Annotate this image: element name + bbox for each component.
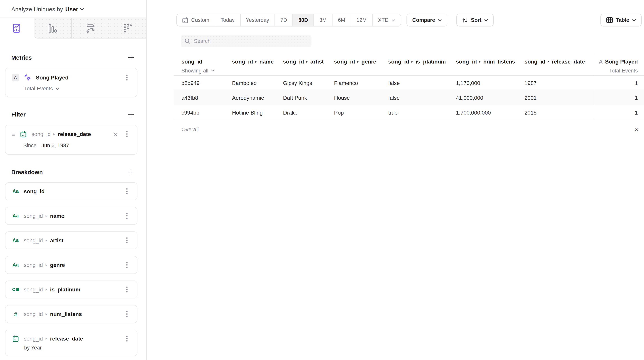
bar-chart-icon — [48, 24, 57, 33]
filter-card[interactable]: song_id ▸ release_date Since Jun 6, — [5, 125, 138, 155]
date-range-xtd[interactable]: XTD — [372, 14, 401, 26]
property-leaf: num_listens — [50, 311, 82, 317]
column-prefix: song_id — [524, 59, 545, 65]
date-range-12m[interactable]: 12M — [350, 14, 372, 26]
date-range-7d[interactable]: 7D — [274, 14, 292, 26]
column-label: num_listens — [483, 59, 515, 65]
path-caret-icon: ▸ — [46, 337, 47, 340]
property-leaf: release_date — [50, 335, 83, 342]
kebab-icon — [126, 335, 128, 342]
date-range-30d[interactable]: 30D — [292, 14, 314, 26]
column-prefix: song_id — [283, 59, 304, 65]
remove-filter-button[interactable] — [111, 130, 119, 138]
tab-flows[interactable] — [71, 18, 109, 39]
column-header-is-platinum[interactable]: song_id▸is_platinum — [388, 54, 456, 75]
chevron-down-icon — [56, 88, 60, 90]
breakdown-card[interactable]: song_id ▸ release_date by Year — [5, 330, 138, 356]
cell-num-listens: 1,700,000,000 — [456, 105, 524, 120]
breakdown-menu-button[interactable] — [123, 335, 131, 342]
entity-selector[interactable]: User — [65, 6, 84, 13]
showing-all-selector[interactable]: Showing all — [182, 68, 214, 74]
cell-name: Aerodynamic — [232, 90, 283, 105]
sort-button[interactable]: Sort — [456, 14, 494, 27]
tab-bar-chart[interactable] — [34, 18, 71, 39]
kebab-icon — [126, 74, 128, 81]
date-range-today[interactable]: Today — [215, 14, 240, 26]
cell-num-listens: 41,000,000 — [456, 90, 524, 105]
metric-menu-button[interactable] — [123, 74, 131, 81]
path-caret-icon: ▸ — [46, 214, 47, 218]
compare-label: Compare — [412, 17, 435, 23]
view-selector-button[interactable]: Table — [600, 14, 642, 27]
breakdown-menu-button[interactable] — [123, 212, 131, 220]
tab-insights[interactable] — [0, 18, 34, 39]
breakdown-card[interactable]: # song_id ▸ num_listens — [5, 305, 138, 323]
date-range-group: Custom Today Yesterday 7D 30D 3M 6M 12M … — [176, 14, 401, 27]
date-range-label: 3M — [319, 17, 327, 23]
breakdown-modifier[interactable]: by Year — [24, 345, 137, 356]
breakdown-card[interactable]: Aa song_id — [5, 182, 138, 200]
path-caret-icon: ▸ — [53, 132, 55, 136]
search-input[interactable] — [194, 38, 308, 44]
column-label: song_id — [182, 59, 202, 65]
aggregation-label: Total Events — [24, 86, 53, 92]
tab-retention[interactable] — [109, 18, 146, 39]
breakdown-menu-button[interactable] — [123, 286, 131, 293]
results-table: song_id Showing all song_id▸name — [174, 54, 644, 139]
column-header-release-date[interactable]: song_id▸release_date — [524, 54, 594, 75]
overall-label: Overall — [174, 120, 232, 139]
table-header-row: song_id Showing all song_id▸name — [174, 54, 644, 76]
column-prefix: song_id — [232, 59, 253, 65]
cell-genre: Pop — [334, 105, 388, 120]
plus-icon — [128, 54, 134, 61]
add-metric-button[interactable] — [127, 53, 135, 61]
column-header-metric[interactable]: A Song Played Total Events — [594, 54, 644, 75]
compare-button[interactable]: Compare — [406, 14, 448, 27]
line-chart-icon — [13, 24, 21, 33]
column-label: is_platinum — [416, 59, 446, 65]
chevron-down-icon — [484, 19, 488, 21]
calendar-icon — [182, 17, 188, 23]
breakdown-menu-button[interactable] — [123, 261, 131, 269]
cell-is-platinum: false — [388, 76, 456, 90]
date-range-6m[interactable]: 6M — [332, 14, 351, 26]
sort-label: Sort — [471, 17, 482, 23]
plus-icon — [128, 111, 134, 118]
filter-condition[interactable]: Since Jun 6, 1987 — [23, 143, 131, 148]
add-breakdown-button[interactable] — [127, 168, 135, 176]
breakdown-card[interactable]: Aa song_id ▸ artist — [5, 231, 138, 249]
kebab-icon — [126, 262, 128, 268]
date-range-3m[interactable]: 3M — [314, 14, 332, 26]
breakdown-menu-button[interactable] — [123, 236, 131, 244]
date-range-label: XTD — [378, 17, 388, 23]
property-prefix: song_id — [24, 286, 43, 293]
table-overall-row: Overall 3 — [174, 120, 644, 139]
text-type-icon: Aa — [12, 262, 20, 268]
column-header-num-listens[interactable]: song_id▸num_listens — [456, 54, 524, 75]
metric-letter-badge: A — [12, 74, 19, 81]
breakdown-card[interactable]: Aa song_id ▸ name — [5, 207, 138, 225]
date-range-custom[interactable]: Custom — [177, 14, 215, 26]
breakdown-menu-button[interactable] — [123, 187, 131, 195]
add-filter-button[interactable] — [127, 110, 135, 118]
cell-genre: House — [334, 90, 388, 105]
date-range-yesterday[interactable]: Yesterday — [240, 14, 274, 26]
column-header-song-id[interactable]: song_id Showing all — [174, 54, 232, 75]
breakdown-card[interactable]: Aa song_id ▸ genre — [5, 256, 138, 274]
breakdown-card[interactable]: song_id ▸ is_platinum — [5, 280, 138, 298]
table-row: a43fb8 Aerodynamic Daft Punk House false… — [174, 90, 644, 105]
filter-menu-button[interactable] — [123, 130, 131, 138]
metrics-section-header: Metrics — [11, 53, 135, 61]
filter-title: Filter — [11, 111, 26, 118]
column-header-genre[interactable]: song_id▸genre — [334, 54, 388, 75]
cell-song-id: a43fb8 — [174, 90, 232, 105]
aggregation-selector[interactable]: Total Events — [24, 86, 131, 92]
column-header-name[interactable]: song_id▸name — [232, 54, 283, 75]
property-prefix: song_id — [24, 311, 43, 317]
breakdown-menu-button[interactable] — [123, 310, 131, 318]
metric-card[interactable]: A Song Played Total Events — [5, 68, 138, 97]
drag-handle-icon[interactable] — [12, 132, 16, 136]
cell-song-id: c994bb — [174, 105, 232, 120]
property-prefix: song_id — [24, 262, 43, 268]
column-header-artist[interactable]: song_id▸artist — [283, 54, 334, 75]
